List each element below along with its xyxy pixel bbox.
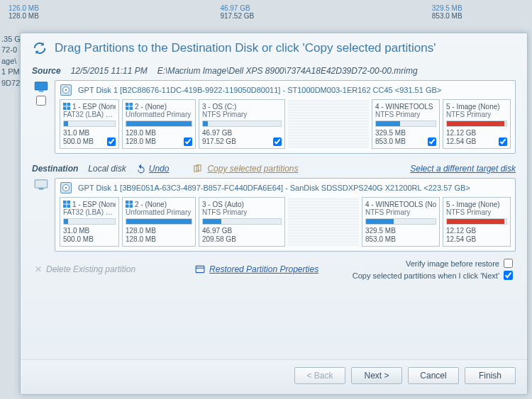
partition-name: 5 - Image (None)	[446, 201, 500, 208]
svg-rect-24	[126, 201, 129, 204]
svg-rect-1	[39, 91, 43, 92]
partition-fs: Unformatted Primary	[126, 208, 192, 216]
select-different-target-link[interactable]: Select a different target disk	[410, 164, 516, 174]
destination-disk-icon	[34, 179, 48, 191]
destination-local: Local disk	[88, 164, 126, 174]
svg-rect-28	[196, 266, 204, 272]
finish-button[interactable]: Finish	[465, 367, 516, 384]
desktop-thumb: 126.0 MB 128.0 MB	[6, 3, 103, 31]
partition-total: 853.0 MB	[375, 137, 406, 146]
unallocated-space[interactable]	[288, 197, 359, 247]
partition-include-checkbox[interactable]	[428, 137, 436, 146]
partition-used: 329.5 MB	[375, 129, 406, 137]
partition-total: 500.0 MB	[63, 137, 94, 146]
svg-rect-21	[67, 201, 71, 204]
partition-5[interactable]: 5 - Image (None)NTFS Primary12.12 GB12.5…	[443, 197, 511, 247]
usage-bar	[446, 120, 507, 127]
partition-total: 128.0 MB	[126, 137, 156, 146]
x-icon: ✕	[35, 264, 42, 274]
svg-rect-5	[63, 103, 67, 106]
partition-include-checkbox[interactable]	[184, 137, 192, 146]
svg-rect-9	[126, 103, 129, 106]
partition-used: 128.0 MB	[126, 129, 156, 137]
partition-wizard-window: Drag Partitions to the Destination Disk …	[20, 33, 528, 395]
partition-include-checkbox[interactable]	[273, 137, 282, 146]
source-partition-strip: 1 - ESP (None)FAT32 (LBA) Primary31.0 MB…	[60, 99, 511, 149]
properties-icon	[195, 264, 205, 274]
svg-rect-11	[126, 107, 129, 111]
partition-1[interactable]: 1 - ESP (None)FAT32 (LBA) Primary31.0 MB…	[60, 99, 119, 149]
unallocated-space[interactable]	[288, 99, 369, 149]
svg-rect-10	[130, 103, 133, 106]
partition-total: 12.54 GB	[446, 137, 476, 146]
partition-used: 31.0 MB	[63, 227, 94, 235]
partition-2[interactable]: 2 - (None)Unformatted Primary128.0 MB128…	[122, 197, 196, 247]
destination-section: Destination Local disk Undo Copy selecte…	[21, 159, 527, 287]
partition-fs: NTFS Primary	[202, 208, 282, 216]
partition-used: 46.97 GB	[202, 129, 236, 137]
partition-include-checkbox[interactable]	[499, 137, 507, 146]
source-image-path: E:\Macrium Image\Dell XPS 8900\7374A18E4…	[157, 66, 418, 76]
partition-5[interactable]: 5 - Image (None)NTFS Primary12.12 GB12.5…	[443, 99, 511, 149]
partition-fs: NTFS Primary	[375, 111, 436, 118]
dialog-title: Drag Partitions to the Destination Disk …	[21, 33, 527, 62]
usage-bar	[202, 120, 282, 127]
partition-name: 1 - ESP (None)	[72, 201, 116, 208]
partition-used: 12.12 GB	[446, 227, 476, 235]
windows-flag-icon	[126, 103, 133, 110]
partition-name: 5 - Image (None)	[446, 103, 500, 111]
windows-flag-icon	[63, 201, 70, 208]
source-select-all-checkbox[interactable]	[36, 96, 46, 106]
svg-rect-20	[63, 201, 67, 204]
source-disk-title: GPT Disk 1 [B2C88676-11DC-419B-9922-1190…	[78, 86, 441, 94]
partition-name: 2 - (None)	[135, 103, 167, 111]
windows-flag-icon	[63, 103, 70, 110]
hdd-icon	[60, 84, 72, 96]
destination-disk-box: GPT Disk 1 [3B9E051A-63C3-4897-B857-FC44…	[55, 178, 516, 252]
back-button[interactable]: < Back	[294, 367, 345, 384]
svg-rect-12	[130, 107, 133, 111]
copy-on-next-checkbox-row: Copy selected partitions when I click 'N…	[353, 271, 513, 280]
partition-name: 4 - WINRETOOLS	[375, 103, 433, 111]
source-section: Source 12/5/2015 11:11 PM E:\Macrium Ima…	[21, 62, 527, 159]
copy-on-next-checkbox[interactable]	[504, 271, 513, 280]
partition-total: 500.0 MB	[63, 235, 94, 244]
destination-disk-title: GPT Disk 1 [3B9E051A-63C3-4897-B857-FC44…	[78, 184, 470, 192]
partition-total: 209.58 GB	[202, 235, 236, 244]
svg-rect-15	[35, 180, 48, 188]
partition-2[interactable]: 2 - (None)Unformatted Primary128.0 MB128…	[122, 99, 196, 149]
restored-partition-properties-link[interactable]: Restored Partition Properties	[195, 264, 318, 274]
partition-used: 12.12 GB	[446, 129, 476, 137]
svg-rect-8	[67, 107, 71, 111]
partition-include-checkbox[interactable]	[107, 137, 116, 146]
partition-fs: NTFS Primary	[446, 111, 507, 118]
partition-4[interactable]: 4 - WINRETOOLSNTFS Primary329.5 MB853.0 …	[372, 99, 440, 149]
undo-button[interactable]: Undo	[136, 164, 170, 174]
destination-label: Destination	[32, 164, 78, 174]
partition-3[interactable]: 3 - OS (Auto)NTFS Primary46.97 GB209.58 …	[199, 197, 285, 247]
desktop-thumb: 46.97 GB 917.52 GB	[217, 3, 314, 31]
svg-rect-7	[63, 107, 67, 111]
source-timestamp: 12/5/2015 11:11 PM	[71, 66, 148, 76]
svg-point-19	[65, 187, 67, 189]
destination-partition-strip[interactable]: 1 - ESP (None)FAT32 (LBA) Primary31.0 MB…	[60, 197, 511, 247]
partition-total: 12.54 GB	[446, 235, 476, 244]
partition-1[interactable]: 1 - ESP (None)FAT32 (LBA) Primary31.0 MB…	[60, 197, 119, 247]
partition-total: 128.0 MB	[126, 235, 156, 244]
svg-rect-22	[63, 205, 67, 208]
svg-rect-23	[67, 205, 71, 208]
cancel-button[interactable]: Cancel	[408, 367, 459, 384]
next-button[interactable]: Next >	[351, 367, 402, 384]
copy-selected-partitions-link[interactable]: Copy selected partitions	[193, 164, 298, 174]
partition-total: 917.52 GB	[202, 137, 236, 146]
partition-3[interactable]: 3 - OS (C:)NTFS Primary46.97 GB917.52 GB	[199, 99, 285, 149]
verify-image-checkbox[interactable]	[504, 259, 513, 268]
usage-bar	[446, 218, 507, 225]
partition-fs: NTFS Primary	[365, 208, 436, 216]
partition-name: 4 - WINRETOOLS (None)	[365, 201, 436, 208]
windows-flag-icon	[126, 201, 133, 208]
partition-name: 3 - OS (Auto)	[202, 201, 244, 208]
partition-4[interactable]: 4 - WINRETOOLS (None)NTFS Primary329.5 M…	[362, 197, 440, 247]
svg-rect-6	[67, 103, 71, 106]
usage-bar	[202, 218, 282, 225]
